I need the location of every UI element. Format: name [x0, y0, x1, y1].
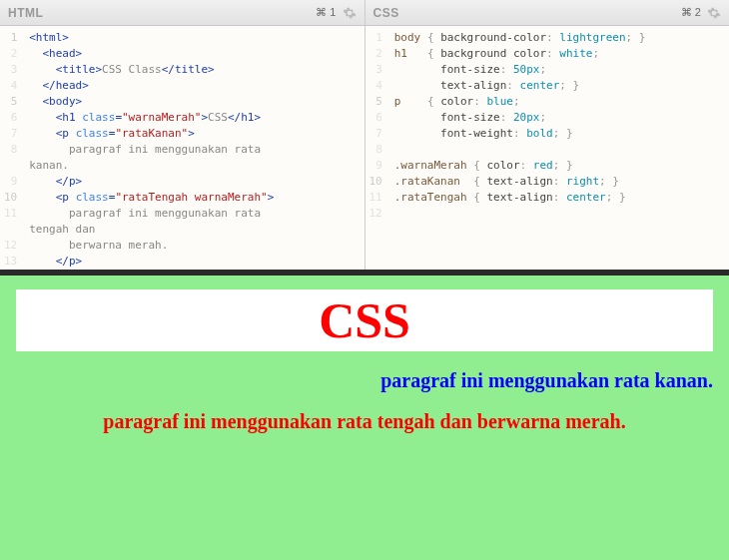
css-shortcut-label: ⌘ 2 [681, 6, 701, 19]
output-preview: CSS paragraf ini menggunakan rata kanan.… [0, 276, 729, 560]
html-gutter: 12345678 91011 12131415 [0, 26, 23, 270]
gear-icon[interactable] [707, 6, 721, 20]
editor-app: HTML ⌘ 1 12345678 91011 12131415 <html> … [0, 0, 729, 560]
preview-paragraph-center: paragraf ini menggunakan rata tengah dan… [16, 410, 713, 433]
css-gutter: 123456789101112 [365, 26, 388, 270]
html-pane-actions: ⌘ 1 [316, 6, 356, 20]
preview-paragraph-right: paragraf ini menggunakan rata kanan. [16, 369, 713, 392]
html-pane-header: HTML ⌘ 1 [0, 0, 364, 26]
html-pane-title: HTML [8, 6, 43, 20]
html-pane: HTML ⌘ 1 12345678 91011 12131415 <html> … [0, 0, 365, 270]
preview-heading: CSS [16, 289, 713, 351]
gear-icon[interactable] [343, 6, 357, 20]
css-pane-actions: ⌘ 2 [681, 6, 721, 20]
css-pane-header: CSS ⌘ 2 [365, 0, 730, 26]
editor-panes: HTML ⌘ 1 12345678 91011 12131415 <html> … [0, 0, 729, 276]
html-editor[interactable]: 12345678 91011 12131415 <html> <head> <t… [0, 26, 364, 270]
html-code[interactable]: <html> <head> <title>CSS Class</title> <… [23, 26, 280, 270]
css-editor[interactable]: 123456789101112 body { background-color:… [365, 26, 730, 270]
css-pane-title: CSS [373, 6, 399, 20]
css-pane: CSS ⌘ 2 123456789101112 body { backgroun… [365, 0, 730, 270]
css-code[interactable]: body { background-color: lightgreen; }h1… [388, 26, 652, 270]
html-shortcut-label: ⌘ 1 [316, 6, 336, 19]
